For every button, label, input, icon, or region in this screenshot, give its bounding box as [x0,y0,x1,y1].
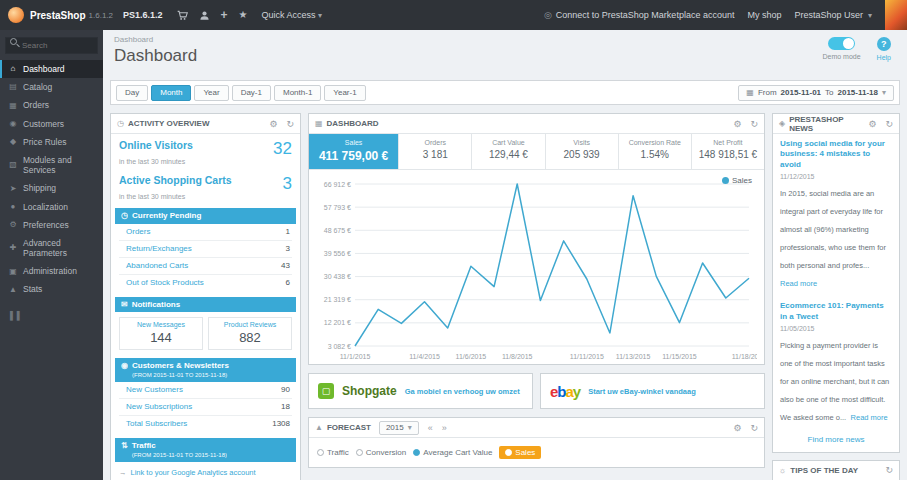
my-shop-link[interactable]: My shop [747,10,781,20]
sidebar-item-administration[interactable]: ▣ Administration [0,262,103,280]
shop-name[interactable]: PS1.6.1.2 [123,10,163,20]
sales-chart-area: Sales 66 912 €57 793 €48 675 €39 556 €30… [309,170,764,364]
help-button[interactable]: ? Help [877,37,891,61]
period-button-day[interactable]: Day [116,85,148,101]
total-subscribers-link[interactable]: Total Subscribers [126,419,187,428]
kpi-tab-cart-value[interactable]: Cart Value 129,44 € [472,134,545,169]
kpi-label: Cart Value [474,139,542,146]
news-headline-link[interactable]: Ecommerce 101: Payments in a Tweet [780,301,892,322]
sidebar-item-price-rules[interactable]: ◆ Price Rules [0,133,103,151]
gear-icon[interactable]: ⚙ [733,423,741,433]
ebay-link[interactable]: Start uw eBay-winkel vandaag [588,387,696,396]
shopgate-link[interactable]: Ga mobiel en verhoog uw omzet [405,387,520,396]
out-of-stock-link[interactable]: Out of Stock Products [126,278,204,287]
svg-text:30 438 €: 30 438 € [324,273,351,280]
google-analytics-link[interactable]: → Link to your Google Analytics account [111,462,300,480]
cart-icon[interactable] [177,10,188,21]
pending-rows: Orders 1 Return/Exchanges 3 Abandoned Ca… [111,224,300,293]
user-avatar[interactable] [885,0,907,30]
new-subscriptions-link[interactable]: New Subscriptions [126,402,192,411]
new-messages-cell[interactable]: New Messages 144 [119,317,203,350]
demo-mode-label: Demo mode [822,53,860,60]
refresh-icon[interactable]: ↻ [885,465,893,475]
pending-orders-link[interactable]: Orders [126,227,150,236]
forecast-icon: ▲ [315,423,323,432]
marketplace-link[interactable]: ◎ Connect to PrestaShop Marketplace acco… [544,10,734,20]
sidebar-item-localization[interactable]: ● Localization [0,198,103,216]
next-year-button[interactable]: » [442,423,447,433]
new-customers-link[interactable]: New Customers [126,385,183,394]
sidebar-item-shipping[interactable]: ➤ Shipping [0,179,103,197]
forecast-legend: Traffic Conversion Average Cart Value Sa… [309,438,764,467]
chevron-down-icon: ▾ [408,423,412,432]
advanced-parameters-icon: ✚ [8,243,18,253]
legend-toggle-sales[interactable]: Sales [499,446,541,459]
stats-icon: ▲ [8,285,18,295]
product-reviews-cell[interactable]: Product Reviews 882 [208,317,292,350]
breadcrumb[interactable]: Dashboard [103,30,907,44]
gear-icon[interactable]: ⚙ [269,119,277,129]
period-button-day-1[interactable]: Day-1 [232,85,271,101]
dashboard-panel-header: ▦ DASHBOARD ⚙ ↻ [309,114,764,134]
sidebar-item-label: Shipping [23,183,56,193]
shopgate-promo[interactable]: ▢ Shopgate Ga mobiel en verhoog uw omzet [308,373,533,409]
sidebar-item-orders[interactable]: ▦ Orders [0,96,103,114]
pending-returns-link[interactable]: Return/Exchanges [126,244,192,253]
refresh-icon[interactable]: ↻ [885,119,893,129]
legend-toggle-average-cart-value[interactable]: Average Cart Value [413,448,492,457]
period-button-year[interactable]: Year [194,85,228,101]
year-select[interactable]: 2015 ▾ [379,421,419,435]
online-visitors-label[interactable]: Online Visitors [119,140,193,152]
customer-icon[interactable] [199,10,210,21]
dashboard-icon: ▦ [315,119,323,128]
svg-text:11/18/2015: 11/18/2015 [732,353,757,360]
date-range-picker[interactable]: ▦ From 2015-11-01 To 2015-11-18 ▾ [738,85,894,101]
table-row: Orders 1 [119,224,292,241]
active-carts-label[interactable]: Active Shopping Carts [119,175,232,187]
collapse-menu-button[interactable]: ▌▌ [10,311,103,320]
legend-toggle-conversion[interactable]: Conversion [356,448,406,457]
period-button-year-1[interactable]: Year-1 [324,85,365,101]
period-button-month-1[interactable]: Month-1 [274,85,321,101]
sidebar-item-preferences[interactable]: ⚙ Preferences [0,216,103,234]
quick-access-menu[interactable]: Quick Access ▾ [262,10,323,20]
gear-icon[interactable]: ⚙ [733,119,741,129]
demo-mode-toggle[interactable]: Demo mode [822,37,860,60]
ebay-letter: y [573,383,580,400]
ebay-promo[interactable]: ebay Start uw eBay-winkel vandaag [540,373,765,409]
sidebar-item-stats[interactable]: ▲ Stats [0,280,103,298]
sidebar-item-advanced-parameters[interactable]: ✚ Advanced Parameters [0,234,103,262]
refresh-icon[interactable]: ↻ [750,423,758,433]
abandoned-carts-link[interactable]: Abandoned Carts [126,261,188,270]
gear-icon[interactable]: ⚙ [868,119,876,129]
sidebar-item-label: Stats [23,284,42,294]
user-menu[interactable]: PrestaShop User ▾ [794,10,872,20]
sidebar-item-label: Customers [23,119,64,129]
period-button-month[interactable]: Month [151,85,191,101]
active-carts-value: 3 [283,175,292,192]
chart-legend[interactable]: Sales [722,176,752,185]
find-more-news-link[interactable]: Find more news [773,430,899,452]
read-more-link[interactable]: Read more [780,279,817,288]
read-more-link[interactable]: Read more [851,413,888,422]
kpi-tab-sales[interactable]: Sales 411 759,00 € [309,134,399,169]
sidebar-item-modules[interactable]: ▧ Modules and Services [0,151,103,179]
sidebar-item-catalog[interactable]: ▤ Catalog [0,78,103,96]
sales-chart: 66 912 €57 793 €48 675 €39 556 €30 438 €… [311,174,757,364]
star-icon[interactable]: ★ [239,10,248,20]
kpi-tab-orders[interactable]: Orders 3 181 [399,134,472,169]
kpi-tab-visits[interactable]: Visits 205 939 [546,134,619,169]
sidebar-item-dashboard[interactable]: ⌂ Dashboard [0,60,103,78]
topbar: PrestaShop 1.6.1.2 PS1.6.1.2 + ★ Quick A… [0,0,907,30]
add-icon[interactable]: + [221,9,228,21]
previous-year-button[interactable]: « [428,423,433,433]
sidebar-item-customers[interactable]: ◉ Customers [0,115,103,133]
news-headline-link[interactable]: Using social media for your business: 4 … [780,139,892,170]
refresh-icon[interactable]: ↻ [286,119,294,129]
bulb-icon: ☼ [779,466,786,475]
kpi-tab-conversion-rate[interactable]: Conversion Rate 1.54% [619,134,692,169]
kpi-tab-net-profit[interactable]: Net Profit 148 918,51 € [692,134,764,169]
legend-toggle-traffic[interactable]: Traffic [317,448,349,457]
refresh-icon[interactable]: ↻ [750,119,758,129]
toggle-switch[interactable] [828,37,855,50]
